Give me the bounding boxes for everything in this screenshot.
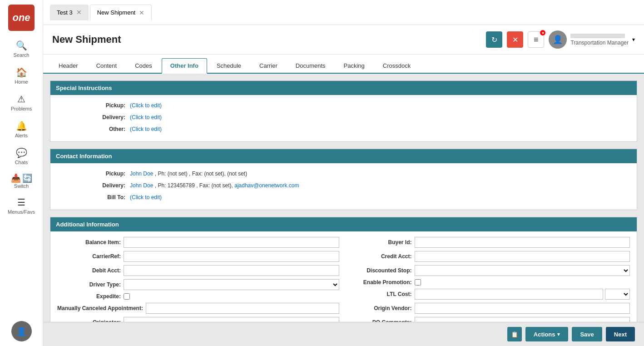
user-avatar-bottom[interactable]: 👤 [11, 321, 32, 341]
originator-row: Originator: [57, 317, 339, 322]
user-details: Transportation Manager [570, 34, 629, 46]
expedite-checkbox[interactable] [124, 293, 130, 300]
po-comments-input[interactable] [415, 317, 630, 322]
manually-canceled-input[interactable] [146, 303, 339, 314]
tab-schedule-label: Schedule [217, 62, 241, 69]
tab-content-label: Content [96, 62, 117, 69]
actions-button[interactable]: Actions ▾ [525, 327, 569, 341]
special-instructions-body: Pickup: (Click to edit) Delivery: (Click… [50, 95, 637, 141]
carrier-ref-row: CarrierRef: [57, 251, 339, 262]
ltl-cost-input[interactable] [415, 289, 604, 300]
tab-carrier-label: Carrier [259, 62, 277, 69]
close-button[interactable]: ✕ [507, 31, 523, 48]
sidebar-item-label: Problems [11, 106, 32, 111]
actions-caret-icon: ▾ [557, 331, 560, 337]
chat-icon: 💬 [16, 147, 27, 158]
save-button[interactable]: Save [572, 327, 602, 341]
delivery-value[interactable]: (Click to edit) [130, 112, 162, 120]
tab-documents[interactable]: Documents [287, 58, 334, 73]
switch-arrows-icon: 🔄 [22, 173, 32, 183]
tab-carrier[interactable]: Carrier [251, 58, 286, 73]
page-title: New Shipment [52, 34, 121, 45]
contact-info-title: Contact Information [56, 153, 112, 160]
expedite-row: Expedite: [57, 293, 339, 300]
discounted-stop-label: Discounted Stop: [348, 267, 412, 274]
pickup-label: Pickup: [57, 100, 130, 109]
origin-vendor-input[interactable] [415, 303, 630, 314]
sidebar-item-home[interactable]: 🏠 Home [0, 62, 43, 89]
additional-info-grid: Balance Item: CarrierRef: Debit Acct: [50, 231, 637, 322]
credit-acct-input[interactable] [415, 251, 630, 262]
tab-new-shipment[interactable]: New Shipment ✕ [90, 5, 152, 20]
search-icon: 🔍 [16, 40, 27, 51]
ltl-cost-row: LTL Cost: [348, 289, 630, 300]
sidebar-item-alerts[interactable]: 🔔 Alerts [0, 116, 43, 143]
tab-other-info[interactable]: Other Info [162, 58, 207, 74]
sidebar-item-problems[interactable]: ⚠ Problems [0, 89, 43, 116]
driver-type-select[interactable] [124, 279, 339, 290]
contact-info-section: Contact Information Pickup: John Doe , P… [50, 149, 637, 210]
pickup-name-link[interactable]: John Doe [130, 170, 153, 177]
avatar-person-icon: 👤 [553, 35, 563, 45]
menu-icon: ☰ [17, 197, 25, 208]
user-dropdown-chevron[interactable]: ▾ [632, 36, 635, 43]
home-icon: 🏠 [16, 67, 27, 78]
contact-pickup-value: John Doe , Ph: (not set) , Fax: (not set… [130, 169, 247, 177]
other-value[interactable]: (Click to edit) [130, 124, 162, 132]
pickup-ph-value: (not set) [168, 170, 188, 177]
refresh-button[interactable]: ↻ [486, 31, 502, 48]
driver-type-label: Driver Type: [57, 281, 121, 288]
carrier-ref-input[interactable] [124, 251, 339, 262]
tab-new-shipment-label: New Shipment [97, 9, 136, 16]
sidebar-item-switch[interactable]: 📥 🔄 Switch [0, 170, 43, 192]
contact-pickup-row: Pickup: John Doe , Ph: (not set) , Fax: … [57, 169, 630, 177]
bill-to-value[interactable]: (Click to edit) [130, 192, 162, 201]
originator-input[interactable] [124, 317, 339, 322]
header-actions: ↻ ✕ ≡ ★ 👤 Transportation Manager ▾ [486, 30, 635, 49]
menu-button[interactable]: ≡ ★ [528, 31, 544, 48]
discounted-stop-select[interactable] [415, 265, 630, 276]
tab-test3[interactable]: Test 3 ✕ [50, 5, 89, 20]
tab-other-info-label: Other Info [170, 62, 198, 69]
tab-test3-close[interactable]: ✕ [76, 9, 82, 16]
ltl-cost-select[interactable] [605, 289, 630, 300]
document-icon: 📋 [511, 331, 518, 338]
tab-content[interactable]: Content [88, 58, 126, 73]
delivery-email-link[interactable]: ajadhav@onenetwork.com [234, 182, 299, 189]
sidebar-item-menus[interactable]: ☰ Menus/Favs [0, 192, 43, 219]
tab-header[interactable]: Header [50, 58, 87, 73]
tab-documents-label: Documents [296, 62, 326, 69]
driver-type-row: Driver Type: [57, 279, 339, 290]
buyer-id-row: Buyer Id: [348, 237, 630, 248]
sidebar-item-chats[interactable]: 💬 Chats [0, 143, 43, 170]
enable-promotion-checkbox[interactable] [415, 279, 421, 286]
contact-pickup-label: Pickup: [57, 169, 130, 177]
bill-to-row: Bill To: (Click to edit) [57, 192, 630, 201]
debit-acct-row: Debit Acct: [57, 265, 339, 276]
contact-delivery-row: Delivery: John Doe , Ph: 123456789 , Fax… [57, 181, 630, 189]
document-icon-button[interactable]: 📋 [507, 327, 522, 341]
tab-new-shipment-close[interactable]: ✕ [139, 9, 144, 16]
next-button[interactable]: Next [606, 327, 635, 341]
delivery-ph-value: 123456789 [168, 182, 195, 189]
app-logo[interactable]: one [8, 5, 35, 31]
buyer-id-input[interactable] [415, 237, 630, 248]
right-column: Buyer Id: Credit Acct: Discounted Stop: [348, 237, 630, 322]
user-role: Transportation Manager [570, 40, 629, 46]
tab-packing-label: Packing [344, 62, 365, 69]
tab-test3-label: Test 3 [57, 9, 73, 16]
debit-acct-input[interactable] [124, 265, 339, 276]
special-instructions-header: Special Instructions [50, 81, 637, 95]
tab-schedule[interactable]: Schedule [208, 58, 250, 73]
user-name-bar [570, 34, 625, 38]
balance-item-input[interactable] [124, 237, 339, 248]
tab-crossdock[interactable]: Crossdock [374, 58, 419, 73]
tab-packing[interactable]: Packing [335, 58, 373, 73]
tab-codes[interactable]: Codes [126, 58, 161, 73]
pickup-value[interactable]: (Click to edit) [130, 100, 162, 109]
user-info: 👤 Transportation Manager ▾ [549, 30, 635, 49]
bill-to-label: Bill To: [57, 192, 130, 201]
delivery-name-link[interactable]: John Doe [130, 182, 153, 189]
tab-crossdock-label: Crossdock [383, 62, 411, 69]
sidebar-item-search[interactable]: 🔍 Search [0, 35, 43, 62]
